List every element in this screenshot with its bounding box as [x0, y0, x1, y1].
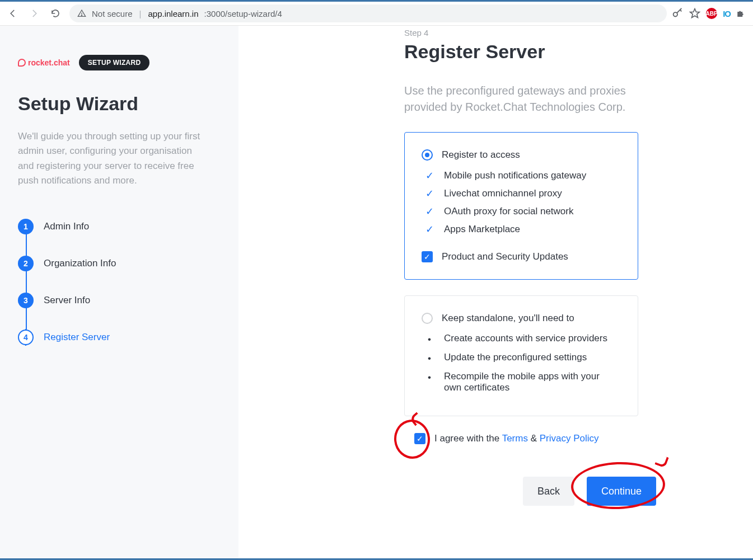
sidebar: rocket.chat SETUP WIZARD Setup Wizard We… [0, 26, 238, 560]
step-label: Organization Info [44, 258, 116, 269]
sidebar-description: We'll guide you through setting up your … [18, 129, 208, 188]
agree-text: I agree with the Terms & Privacy Policy [434, 433, 599, 444]
url-path: :3000/setup-wizard/4 [204, 9, 282, 18]
register-radio[interactable] [422, 149, 433, 161]
step-label: Register Server [44, 332, 110, 343]
step-number: 3 [18, 293, 34, 308]
warning-icon [77, 9, 86, 18]
back-button[interactable]: Back [523, 477, 574, 506]
reload-icon[interactable] [46, 4, 65, 23]
svg-point-1 [81, 15, 82, 16]
back-nav-icon[interactable] [3, 4, 22, 23]
step-number: 1 [18, 219, 34, 234]
brand-logo: rocket.chat [18, 58, 70, 67]
continue-button[interactable]: Continue [587, 477, 656, 506]
step-server-info[interactable]: 3 Server Info [18, 282, 220, 319]
key-icon[interactable] [671, 7, 684, 20]
register-option-card[interactable]: Register to access ✓Mobile push notifica… [404, 132, 638, 280]
step-admin-info[interactable]: 1 Admin Info [18, 208, 220, 245]
browser-right-icons: ABP IO [671, 7, 750, 20]
privacy-link[interactable]: Privacy Policy [540, 433, 599, 444]
annotation-circle [392, 418, 432, 460]
svg-point-2 [674, 12, 677, 16]
standalone-radio-label: Keep standalone, you'll need to [442, 313, 574, 324]
standalone-option-card[interactable]: Keep standalone, you'll need to •Create … [404, 295, 638, 416]
feature-item: ✓Mobile push notifications gateway [424, 170, 621, 182]
feature-item: ✓Apps Marketplace [424, 223, 621, 236]
wizard-steps: 1 Admin Info 2 Organization Info 3 Serve… [18, 208, 220, 356]
sidebar-title: Setup Wizard [18, 93, 220, 115]
standalone-radio[interactable] [422, 313, 433, 324]
step-label: Server Info [44, 295, 90, 306]
annotation-circle [654, 454, 669, 468]
step-number: 4 [18, 330, 34, 345]
address-bar[interactable]: Not secure | app.inlearn.in:3000/setup-w… [69, 4, 667, 22]
setup-wizard-badge: SETUP WIZARD [79, 55, 150, 70]
agree-checkbox[interactable]: ✓ [414, 433, 425, 444]
standalone-item: •Update the preconfigured settings [424, 352, 621, 365]
updates-checkbox[interactable]: ✓ [422, 251, 433, 262]
step-organization-info[interactable]: 2 Organization Info [18, 245, 220, 282]
step-number: 2 [18, 256, 34, 271]
star-icon[interactable] [689, 8, 700, 19]
check-icon: ✓ [424, 205, 435, 218]
brand-text: rocket.chat [28, 58, 70, 67]
check-icon: ✓ [424, 187, 435, 200]
url-host: app.inlearn.in [148, 9, 198, 18]
brand-bubble-icon [18, 59, 26, 67]
register-radio-label: Register to access [442, 149, 520, 161]
browser-toolbar: Not secure | app.inlearn.in:3000/setup-w… [0, 0, 753, 26]
page-description: Use the preconfigured gateways and proxi… [404, 83, 662, 115]
terms-link[interactable]: Terms [502, 433, 528, 444]
svg-marker-3 [690, 9, 700, 18]
step-register-server[interactable]: 4 Register Server [18, 319, 220, 356]
step-label: Admin Info [44, 221, 89, 232]
standalone-item: •Recompile the mobile apps with your own… [424, 371, 621, 393]
abp-extension-icon[interactable]: ABP [706, 8, 717, 19]
not-secure-label: Not secure [92, 9, 133, 18]
updates-checkbox-label: Product and Security Updates [442, 251, 568, 262]
check-icon: ✓ [424, 223, 435, 236]
step-indicator: Step 4 [404, 28, 719, 37]
page-title: Register Server [404, 41, 719, 63]
puzzle-icon[interactable] [736, 8, 746, 18]
forward-nav-icon[interactable] [25, 4, 44, 23]
io-extension-icon[interactable]: IO [723, 9, 731, 18]
feature-item: ✓OAuth proxy for social network [424, 205, 621, 218]
main-content: Step 4 Register Server Use the preconfig… [238, 26, 753, 560]
check-icon: ✓ [424, 170, 435, 182]
feature-item: ✓Livechat omnichannel proxy [424, 187, 621, 200]
standalone-item: •Create accounts with service providers [424, 333, 621, 346]
